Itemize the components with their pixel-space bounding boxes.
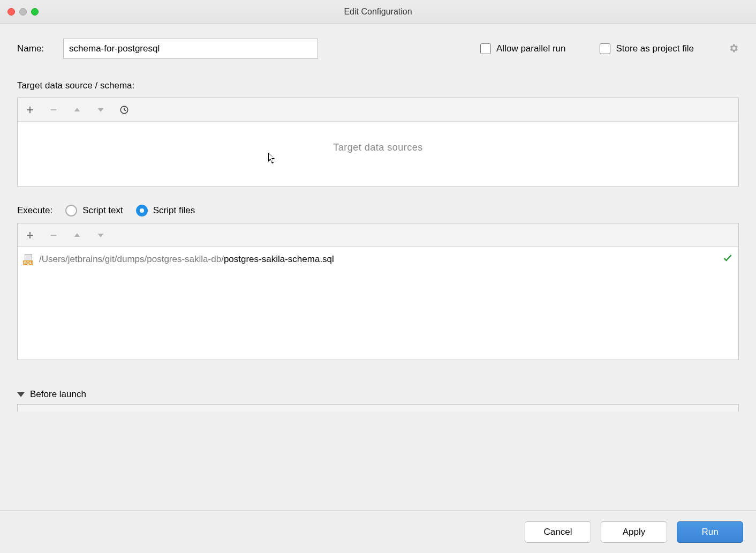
window-title: Edit Configuration (0, 7, 756, 17)
svg-marker-3 (74, 108, 80, 111)
before-launch-section[interactable]: Before launch (17, 389, 739, 400)
script-text-label: Script text (82, 205, 123, 216)
target-datasource-panel: Target data sources (17, 98, 739, 186)
script-files-radio[interactable]: Script files (136, 205, 195, 216)
file-path: /Users/jetbrains/git/dumps/postgres-saki… (39, 254, 334, 265)
allow-parallel-run-box[interactable] (480, 43, 491, 54)
name-label: Name: (17, 43, 44, 54)
run-button[interactable]: Run (677, 521, 743, 543)
add-icon[interactable] (23, 228, 37, 242)
target-section-label: Target data source / schema: (17, 80, 739, 91)
script-files-label: Script files (153, 205, 195, 216)
files-toolbar (18, 223, 738, 247)
radio-icon (65, 205, 77, 216)
chevron-down-icon (17, 392, 25, 397)
name-row: Name: Allow parallel run Store as projec… (17, 39, 739, 59)
radio-icon (136, 205, 148, 216)
name-input[interactable] (63, 39, 318, 59)
minimize-window-button[interactable] (19, 8, 27, 16)
history-icon[interactable] (117, 103, 131, 117)
store-as-project-file-checkbox[interactable]: Store as project file (600, 43, 694, 54)
remove-icon[interactable] (47, 228, 61, 242)
target-toolbar (18, 98, 738, 122)
file-dir: /Users/jetbrains/git/dumps/postgres-saki… (39, 254, 224, 264)
sql-file-icon: SQL (23, 254, 34, 265)
script-file-row[interactable]: SQL /Users/jetbrains/git/dumps/postgres-… (18, 247, 738, 271)
allow-parallel-run-checkbox[interactable]: Allow parallel run (480, 43, 565, 54)
remove-icon[interactable] (47, 103, 61, 117)
move-up-icon[interactable] (70, 103, 84, 117)
move-up-icon[interactable] (70, 228, 84, 242)
script-text-radio[interactable]: Script text (65, 205, 123, 216)
window-controls (7, 8, 39, 16)
dialog-content: Name: Allow parallel run Store as projec… (0, 24, 756, 510)
store-as-project-file-box[interactable] (600, 43, 610, 54)
target-placeholder: Target data sources (18, 122, 738, 184)
script-files-list[interactable]: SQL /Users/jetbrains/git/dumps/postgres-… (18, 247, 738, 360)
target-datasource-list[interactable]: Target data sources (18, 122, 738, 186)
script-files-panel: SQL /Users/jetbrains/git/dumps/postgres-… (17, 223, 739, 360)
store-as-project-file-label: Store as project file (616, 43, 694, 54)
close-window-button[interactable] (7, 8, 15, 16)
apply-button[interactable]: Apply (601, 521, 667, 543)
zoom-window-button[interactable] (31, 8, 39, 16)
svg-marker-4 (98, 108, 104, 112)
svg-marker-12 (98, 234, 104, 237)
titlebar: Edit Configuration (0, 0, 756, 24)
before-launch-label: Before launch (30, 389, 86, 400)
add-icon[interactable] (23, 103, 37, 117)
svg-marker-11 (74, 233, 80, 237)
move-down-icon[interactable] (94, 103, 108, 117)
file-name: postgres-sakila-schema.sql (224, 254, 334, 264)
check-icon (722, 252, 733, 266)
dialog-footer: Cancel Apply Run (0, 510, 756, 553)
execute-label: Execute: (17, 205, 52, 216)
allow-parallel-run-label: Allow parallel run (496, 43, 565, 54)
gear-icon[interactable] (728, 43, 739, 55)
cancel-button[interactable]: Cancel (525, 521, 591, 543)
dialog-window: Edit Configuration Name: Allow parallel … (0, 0, 756, 553)
before-launch-panel-stub (17, 404, 739, 412)
execute-row: Execute: Script text Script files (17, 205, 739, 216)
move-down-icon[interactable] (94, 228, 108, 242)
